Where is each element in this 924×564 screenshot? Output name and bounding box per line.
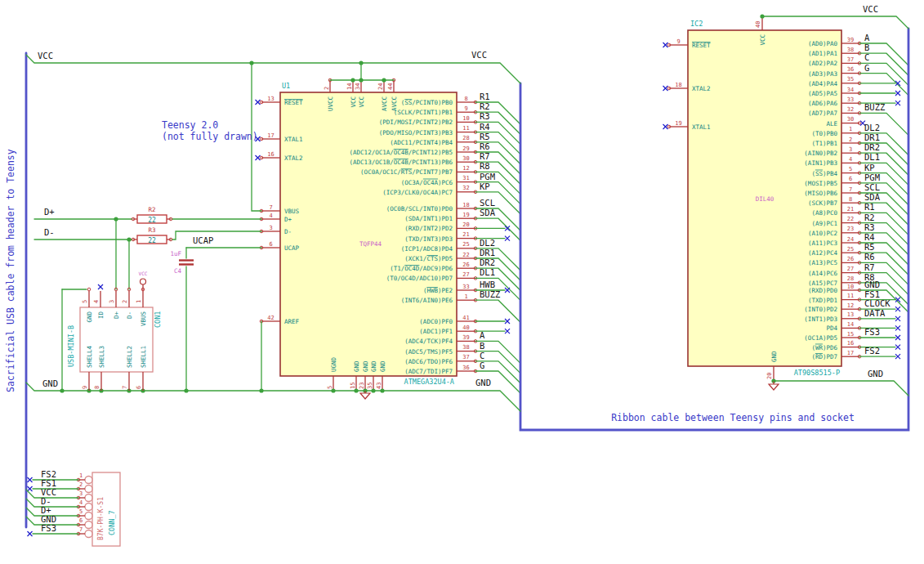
pin-name: D- bbox=[126, 311, 133, 319]
pin-num: 34 bbox=[847, 87, 854, 93]
net-label: B bbox=[480, 341, 484, 351]
pin-name: (AIN1)PB3 bbox=[804, 159, 837, 167]
pin-name: (AD4)PA4 bbox=[808, 80, 838, 87]
pin-name: (T1/OC4D/ADC9)PD6 bbox=[390, 265, 453, 272]
pin-name: (AD1)PA1 bbox=[808, 50, 837, 57]
net-label: G bbox=[480, 360, 484, 370]
pin-num: 5 bbox=[849, 166, 852, 172]
pin-num: 40 bbox=[755, 21, 761, 28]
net-label-ucap: UCAP bbox=[193, 235, 213, 245]
pin-name: XTAL1 bbox=[284, 136, 303, 143]
net-label: A bbox=[864, 33, 870, 43]
c4-value: 1uF bbox=[170, 250, 181, 257]
net-label: R6 bbox=[480, 141, 490, 151]
conn7-reference: CONN_7 bbox=[108, 510, 116, 535]
pin-name: (OC1A)PD5 bbox=[804, 334, 837, 342]
net-label-gnd-u1: GND bbox=[475, 378, 491, 387]
pin-name: (A13)PC5 bbox=[808, 259, 837, 266]
pin-num: 28 bbox=[847, 275, 854, 282]
pin-num: 2 bbox=[79, 481, 83, 488]
pin-name: (A12)PC4 bbox=[808, 249, 838, 257]
pin-name: (A8)PC0 bbox=[811, 209, 837, 217]
pin-num: 36 bbox=[847, 66, 854, 73]
wire bbox=[475, 300, 520, 322]
pin-num: 34 bbox=[355, 83, 361, 90]
r3-value: 22 bbox=[148, 237, 156, 244]
pin-name: GND bbox=[770, 351, 778, 362]
pin-name: (ADC7/TDI)PF7 bbox=[404, 368, 453, 375]
pin-name: RESET bbox=[692, 42, 711, 49]
pin-name: (A14)PC6 bbox=[808, 270, 838, 277]
junction-dot bbox=[350, 78, 355, 82]
net-label: SCL bbox=[864, 182, 880, 192]
pin-num: 42 bbox=[267, 315, 274, 321]
net-label: DR2 bbox=[480, 257, 495, 267]
pin-num: 26 bbox=[847, 256, 854, 262]
wire bbox=[859, 74, 908, 96]
pin-num: 8 bbox=[464, 96, 467, 102]
junction-dot bbox=[259, 388, 263, 392]
pin-name: (ADC1)PF1 bbox=[419, 328, 453, 335]
net-label: C bbox=[480, 351, 484, 360]
pin-num: 39 bbox=[847, 37, 854, 43]
pin-name: (T1)PB1 bbox=[811, 140, 837, 147]
net-label: KP bbox=[864, 163, 875, 172]
pin-name: GND bbox=[353, 360, 360, 372]
pin-num: 20 bbox=[462, 222, 469, 228]
vbus-power-label: VCC bbox=[139, 271, 148, 276]
conn7-pad bbox=[85, 530, 92, 538]
pin-name: UCAP bbox=[284, 244, 300, 252]
pin-num: 14 bbox=[346, 83, 353, 90]
pin-num: 5 bbox=[327, 386, 333, 389]
pin-num: 1 bbox=[849, 126, 852, 132]
pin-name: (OC0A/OC1C/RTS/PCINT7)PB7 bbox=[360, 168, 453, 176]
pin-name: (TXD/INT3)PD3 bbox=[404, 235, 453, 243]
junction-dot bbox=[382, 78, 386, 82]
pin-name: (ADC4/TCK)PF4 bbox=[404, 338, 453, 345]
net-label-dplus-left: D+ bbox=[44, 207, 55, 217]
net-label: DL2 bbox=[864, 123, 880, 132]
pin-num: 27 bbox=[462, 271, 469, 278]
pin-num: 4 bbox=[849, 156, 852, 163]
pin-name: GND bbox=[86, 311, 93, 323]
ic2-reference: IC2 bbox=[690, 20, 703, 28]
pin-num: 35 bbox=[847, 76, 854, 83]
net-label: SDA bbox=[480, 208, 496, 217]
net-label: C bbox=[864, 52, 869, 62]
pin-num: 24 bbox=[377, 83, 384, 90]
pin-num: 3 bbox=[79, 490, 83, 497]
pin-name: (AD0)PA0 bbox=[808, 40, 838, 47]
pin-num: 38 bbox=[847, 47, 854, 53]
pin-name: (HWB)PE2 bbox=[423, 287, 453, 294]
pin-num: 32 bbox=[847, 106, 854, 113]
net-label-vcc-ic2: VCC bbox=[863, 4, 878, 14]
net-label: R1 bbox=[864, 202, 875, 212]
pin-name: (INT6/AIN0)PE6 bbox=[401, 297, 453, 304]
conn7-pad bbox=[85, 513, 92, 520]
junction-dot bbox=[60, 388, 64, 392]
net-label: R3 bbox=[480, 111, 490, 121]
pin-num: 10 bbox=[462, 115, 469, 122]
pin-name: AVCC bbox=[381, 96, 388, 111]
pin-num: 15 bbox=[847, 331, 854, 338]
junction-dot bbox=[184, 388, 188, 392]
pin-num: 21 bbox=[462, 231, 469, 238]
pin-name: ID bbox=[97, 311, 105, 320]
note-teensy-line2: (not fully drawn) bbox=[162, 131, 258, 142]
pin-num: 33 bbox=[462, 284, 469, 290]
u1-part-name: ATMEGA32U4-A bbox=[404, 378, 454, 386]
net-label: DL2 bbox=[480, 238, 495, 248]
pin-num: 21 bbox=[847, 206, 854, 213]
pin-num: 37 bbox=[462, 354, 469, 360]
conn7-pad bbox=[85, 477, 92, 484]
net-label: SCL bbox=[480, 198, 495, 208]
pin-name: VCC bbox=[759, 34, 766, 46]
net-label-vcc-u1: VCC bbox=[471, 50, 487, 60]
net-label: R5 bbox=[480, 132, 490, 141]
r3-reference: R3 bbox=[148, 226, 155, 234]
gnd-symbol bbox=[769, 384, 779, 390]
net-label: FS3 bbox=[41, 523, 56, 533]
pin-name: (AD5)PA5 bbox=[808, 90, 837, 97]
pin-num: 37 bbox=[847, 56, 854, 63]
dminus-net bbox=[172, 231, 261, 239]
